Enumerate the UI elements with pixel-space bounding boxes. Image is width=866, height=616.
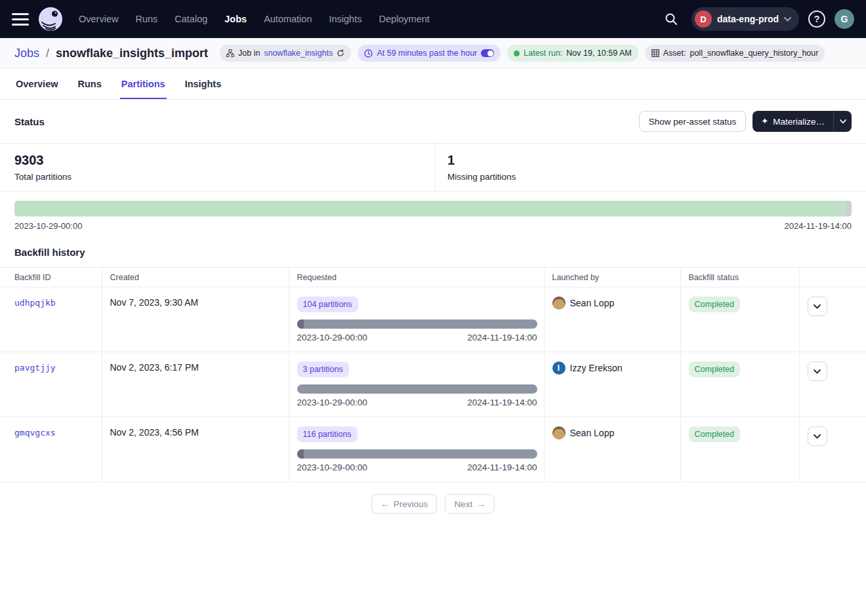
- asset-grid-icon: [651, 49, 659, 57]
- materialize-button[interactable]: ✦ Materialize…: [753, 111, 833, 132]
- asset-label: Asset:: [663, 49, 686, 58]
- arrow-left-icon: ←: [381, 499, 390, 509]
- latest-run-tag: Latest run: Nov 19, 10:59 AM: [507, 45, 638, 62]
- range-end-label: 2024-11-19-14:00: [467, 398, 537, 407]
- col-backfill-id: Backfill ID: [0, 268, 102, 287]
- nav-item-automation[interactable]: Automation: [264, 14, 312, 24]
- launched-by-name: Izzy Erekson: [570, 363, 623, 373]
- breadcrumb-jobs-link[interactable]: Jobs: [14, 47, 39, 60]
- help-button[interactable]: ?: [808, 10, 825, 28]
- range-start-label: 2023-10-29-00:00: [297, 462, 367, 472]
- tab-overview[interactable]: Overview: [14, 71, 60, 99]
- asset-link[interactable]: poll_snowflake_query_history_hour: [690, 49, 818, 58]
- materialize-dropdown-button[interactable]: [833, 111, 852, 132]
- row-actions-button[interactable]: [808, 426, 827, 446]
- chevron-down-icon: [784, 17, 791, 22]
- requested-partitions-badge: 104 partitions: [297, 297, 358, 312]
- job-tabs: Overview Runs Partitions Insights: [0, 69, 866, 100]
- materialize-label: Materialize…: [773, 117, 825, 127]
- next-page-button[interactable]: Next →: [445, 494, 494, 514]
- pagination: ← Previous Next →: [0, 494, 866, 514]
- nav-item-deployment[interactable]: Deployment: [379, 14, 429, 24]
- backfill-history-title: Backfill history: [0, 231, 866, 267]
- partition-range-start: 2023-10-29-00:00: [14, 221, 82, 231]
- backfill-id-link[interactable]: gmqvgcxs: [14, 428, 56, 438]
- col-requested: Requested: [289, 268, 544, 287]
- requested-range-bar: [297, 319, 537, 329]
- user-photo-avatar: [552, 297, 566, 310]
- job-location-link[interactable]: snowflake_insights: [264, 49, 333, 58]
- launched-by-cell: Sean Lopp: [552, 297, 672, 310]
- search-icon: [665, 12, 678, 26]
- missing-partitions-label: Missing partitions: [447, 172, 852, 182]
- total-partitions-label: Total partitions: [14, 172, 421, 182]
- requested-range-bar: [297, 384, 537, 394]
- status-badge: Completed: [689, 426, 740, 442]
- materialize-split-button: ✦ Materialize…: [753, 111, 852, 132]
- reload-icon[interactable]: [337, 49, 344, 57]
- breadcrumb-separator: /: [46, 47, 49, 60]
- launched-by-cell: I Izzy Erekson: [552, 361, 672, 375]
- top-nav: Overview Runs Catalog Jobs Automation In…: [0, 0, 866, 38]
- breadcrumb-bar: Jobs / snowflake_insights_import Job in …: [0, 38, 866, 69]
- missing-partitions-stat: 1 Missing partitions: [435, 144, 866, 191]
- created-timestamp: Nov 7, 2023, 9:30 AM: [110, 297, 199, 308]
- menu-icon[interactable]: [12, 13, 29, 26]
- deployment-switcher[interactable]: D data-eng-prod: [691, 7, 799, 31]
- tab-runs[interactable]: Runs: [77, 71, 103, 99]
- table-row: gmqvgcxs Nov 2, 2023, 4:56 PM 116 partit…: [0, 417, 866, 482]
- range-bar-cap: [297, 319, 304, 329]
- launched-by-name: Sean Lopp: [570, 298, 615, 308]
- user-avatar[interactable]: G: [835, 9, 854, 29]
- backfill-id-link[interactable]: pavgtjjy: [14, 363, 56, 373]
- nav-item-catalog[interactable]: Catalog: [175, 14, 207, 24]
- asset-tag: Asset: poll_snowflake_query_history_hour: [645, 45, 825, 62]
- total-partitions-value: 9303: [14, 153, 421, 168]
- question-icon: ?: [814, 14, 820, 24]
- col-created: Created: [102, 268, 289, 287]
- search-button[interactable]: [660, 8, 682, 30]
- show-per-asset-status-button[interactable]: Show per-asset status: [639, 111, 747, 132]
- missing-partitions-value: 1: [447, 153, 852, 168]
- launched-by-cell: Sean Lopp: [552, 426, 672, 440]
- range-bar-cap: [297, 449, 304, 459]
- chevron-down-icon: [840, 119, 846, 124]
- latest-run-label: Latest run:: [524, 49, 562, 58]
- chevron-down-icon: [814, 434, 821, 439]
- page-title: snowflake_insights_import: [56, 47, 208, 60]
- col-launched-by: Launched by: [544, 268, 680, 287]
- user-photo-avatar: [552, 426, 566, 440]
- user-initial-avatar: I: [552, 361, 566, 375]
- partition-health-section: 2023-10-29-00:00 2024-11-19-14:00: [0, 192, 866, 231]
- dagster-logo-icon[interactable]: [38, 7, 63, 31]
- table-header-row: Backfill ID Created Requested Launched b…: [0, 268, 866, 287]
- previous-label: Previous: [394, 499, 428, 509]
- latest-run-value[interactable]: Nov 19, 10:59 AM: [566, 49, 631, 58]
- clock-icon: [364, 49, 373, 58]
- job-location-tag: Job in snowflake_insights: [220, 45, 351, 62]
- job-location-prefix: Job in: [238, 49, 260, 58]
- row-actions-button[interactable]: [808, 361, 827, 381]
- table-row: pavgtjjy Nov 2, 2023, 6:17 PM 3 partitio…: [0, 352, 866, 417]
- previous-page-button[interactable]: ← Previous: [371, 494, 437, 514]
- nav-item-overview[interactable]: Overview: [79, 14, 118, 24]
- backfill-id-link[interactable]: udhpqjkb: [14, 298, 56, 308]
- partition-stats: 9303 Total partitions 1 Missing partitio…: [0, 143, 866, 192]
- tab-insights[interactable]: Insights: [184, 71, 223, 99]
- nav-item-runs[interactable]: Runs: [135, 14, 157, 24]
- status-badge: Completed: [689, 361, 740, 377]
- nav-item-jobs[interactable]: Jobs: [224, 14, 247, 24]
- partition-bar-healthy-segment: [14, 201, 846, 216]
- partition-health-bar[interactable]: [14, 201, 852, 216]
- partition-bar-missing-segment: [846, 201, 852, 216]
- hierarchy-icon: [226, 49, 234, 57]
- schedule-toggle[interactable]: [481, 49, 494, 57]
- row-actions-button[interactable]: [808, 297, 827, 316]
- nav-item-insights[interactable]: Insights: [329, 14, 361, 24]
- range-start-label: 2023-10-29-00:00: [297, 333, 367, 342]
- next-label: Next: [454, 499, 472, 509]
- requested-range-bar: [297, 449, 537, 459]
- schedule-tag: At 59 minutes past the hour: [358, 45, 501, 62]
- deployment-name: data-eng-prod: [717, 14, 779, 24]
- tab-partitions[interactable]: Partitions: [120, 71, 167, 99]
